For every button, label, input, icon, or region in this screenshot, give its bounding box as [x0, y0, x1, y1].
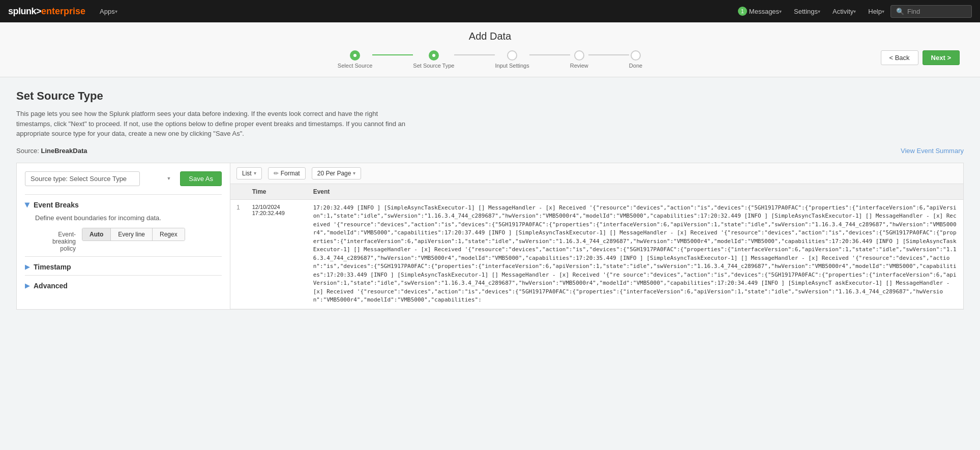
page-description: This page lets you see how the Splunk pl…	[16, 109, 413, 139]
list-button[interactable]: List ▾	[236, 167, 262, 179]
settings-menu[interactable]: Settings ▾	[788, 0, 826, 22]
source-type-row: Source type: Select Source Type Save As	[25, 171, 222, 186]
source-label: Source: LineBreakData	[16, 147, 87, 155]
step-connector-1	[372, 54, 413, 55]
step-label-4: Review	[570, 63, 588, 69]
content-columns: Source type: Select Source Type Save As …	[16, 163, 964, 310]
advanced-header[interactable]: ▶ Advanced	[25, 282, 222, 290]
top-navigation: splunk>enterprise Apps ▾ 1 Messages ▾ Se…	[0, 0, 980, 22]
logo-enterprise: enterprise	[41, 6, 85, 17]
per-page-chevron-icon: ▾	[353, 170, 355, 176]
advanced-accordion: ▶ Advanced	[25, 275, 222, 294]
step-review: Review	[570, 50, 588, 69]
step-connector-3	[529, 54, 570, 55]
policy-label: Event-breakingpolicy	[35, 228, 76, 252]
logo[interactable]: splunk>enterprise	[8, 6, 85, 17]
next-button[interactable]: Next >	[923, 50, 960, 65]
list-chevron-icon: ▾	[254, 170, 256, 176]
step-circle-5	[631, 50, 641, 61]
events-table: Time Event 1 12/10/202417:20:32.449 17:2…	[230, 184, 963, 309]
step-input-settings: Input Settings	[495, 50, 529, 69]
find-label: Find	[907, 8, 920, 15]
event-breaks-arrow-icon: ▶	[24, 202, 31, 207]
per-page-label: 20 Per Page	[317, 170, 351, 177]
wizard-title: Add Data	[469, 31, 511, 42]
format-label: Format	[281, 170, 300, 177]
step-circle-4	[574, 50, 584, 61]
table-header-row: Time Event	[230, 184, 963, 200]
row-event: 17:20:32.449 [INFO ] [SimpleAsyncTaskExe…	[307, 199, 963, 309]
find-search[interactable]: 🔍 Find	[890, 5, 972, 18]
activity-chevron-icon: ▾	[853, 9, 856, 14]
policy-regex-button[interactable]: Regex	[153, 228, 185, 241]
right-toolbar: List ▾ ✏ Format 20 Per Page ▾	[230, 163, 963, 184]
source-type-select[interactable]: Source type: Select Source Type	[25, 171, 140, 186]
row-time: 12/10/202417:20:32.449	[246, 199, 307, 309]
step-label-5: Done	[629, 63, 642, 69]
source-bar: Source: LineBreakData View Event Summary	[16, 147, 964, 155]
view-event-summary-link[interactable]: View Event Summary	[901, 147, 964, 155]
wizard-steps: Select Source Set Source Type Input Sett…	[338, 50, 642, 77]
event-breaks-description: Define event boundaries for incoming dat…	[35, 214, 222, 222]
logo-splunk: splunk>	[8, 6, 41, 17]
timestamp-accordion: ▶ Timestamp	[25, 256, 222, 275]
advanced-arrow-icon: ▶	[25, 282, 29, 289]
step-circle-1	[350, 50, 360, 61]
help-chevron-icon: ▾	[882, 9, 884, 14]
save-as-button[interactable]: Save As	[180, 171, 222, 186]
messages-chevron-icon: ▾	[779, 9, 782, 14]
timestamp-title: Timestamp	[34, 263, 71, 271]
right-panel: List ▾ ✏ Format 20 Per Page ▾ Time	[230, 163, 964, 310]
format-button[interactable]: ✏ Format	[268, 167, 306, 179]
timestamp-header[interactable]: ▶ Timestamp	[25, 263, 222, 271]
policy-auto-button[interactable]: Auto	[82, 228, 111, 241]
left-panel: Source type: Select Source Type Save As …	[16, 163, 230, 310]
list-label: List	[242, 170, 252, 177]
help-menu[interactable]: Help ▾	[862, 0, 890, 22]
col-event: Event	[307, 184, 963, 200]
policy-everyline-button[interactable]: Every line	[111, 228, 153, 241]
step-circle-3	[507, 50, 517, 61]
apps-chevron-icon: ▾	[115, 9, 117, 14]
event-breaks-title: Event Breaks	[34, 201, 79, 209]
messages-badge: 1	[738, 7, 747, 16]
step-label-3: Input Settings	[495, 63, 529, 69]
per-page-button[interactable]: 20 Per Page ▾	[312, 167, 362, 179]
event-breaking-policy-row: Event-breakingpolicy Auto Every line Reg…	[35, 228, 222, 252]
format-pencil-icon: ✏	[274, 170, 279, 177]
wizard-header: Add Data Select Source Set Source Type I…	[0, 22, 980, 77]
wizard-nav: < Back Next >	[881, 50, 960, 65]
advanced-title: Advanced	[34, 282, 68, 290]
apps-menu[interactable]: Apps ▾	[94, 0, 124, 22]
source-name: LineBreakData	[41, 147, 87, 155]
source-type-wrapper: Source type: Select Source Type	[25, 171, 176, 186]
page-title: Set Source Type	[16, 89, 964, 103]
activity-menu[interactable]: Activity ▾	[826, 0, 862, 22]
step-done: Done	[629, 50, 642, 69]
main-content: Set Source Type This page lets you see h…	[0, 77, 980, 322]
step-label-1: Select Source	[338, 63, 372, 69]
step-connector-4	[588, 54, 629, 55]
col-num	[230, 184, 246, 200]
settings-chevron-icon: ▾	[818, 9, 820, 14]
step-circle-2	[429, 50, 439, 61]
event-breaks-header[interactable]: ▶ Event Breaks	[25, 201, 222, 209]
event-breaks-accordion: ▶ Event Breaks Define event boundaries f…	[25, 194, 222, 256]
step-connector-2	[454, 54, 495, 55]
timestamp-arrow-icon: ▶	[25, 263, 29, 271]
step-select-source: Select Source	[338, 50, 372, 69]
step-label-2: Set Source Type	[413, 63, 454, 69]
back-button[interactable]: < Back	[881, 50, 918, 65]
row-num: 1	[230, 199, 246, 309]
event-breaks-content: Define event boundaries for incoming dat…	[25, 209, 222, 252]
messages-menu[interactable]: 1 Messages ▾	[732, 0, 788, 22]
policy-btn-group: Auto Every line Regex	[82, 228, 185, 241]
step-set-source-type: Set Source Type	[413, 50, 454, 69]
col-time: Time	[246, 184, 307, 200]
table-row: 1 12/10/202417:20:32.449 17:20:32.449 [I…	[230, 199, 963, 309]
search-icon: 🔍	[896, 8, 904, 15]
